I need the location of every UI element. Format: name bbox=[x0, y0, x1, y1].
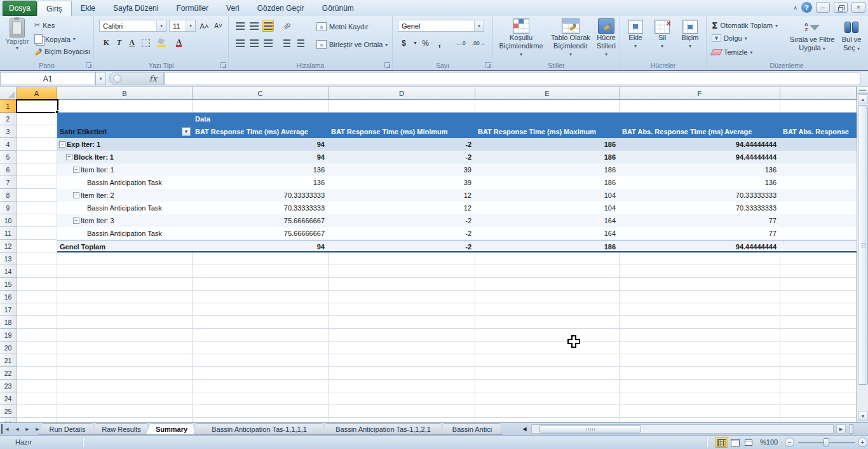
ribbon-tab-7[interactable]: Görünüm bbox=[313, 1, 363, 16]
grow-font-button[interactable]: A˄ bbox=[198, 20, 210, 32]
row-header-22[interactable]: 22 bbox=[0, 367, 17, 380]
row-header-7[interactable]: 7 bbox=[0, 176, 17, 189]
alignment-dialog-launcher-icon[interactable] bbox=[384, 62, 390, 68]
decrease-decimal-button[interactable]: .00→ bbox=[470, 37, 487, 49]
sort-filter-button[interactable]: AZ Sırala ve Filtre Uygula ▾ bbox=[788, 19, 836, 53]
align-right-button[interactable] bbox=[262, 37, 274, 49]
currency-button[interactable]: $ bbox=[398, 37, 410, 49]
collapse-ribbon-icon[interactable]: ∧ bbox=[793, 4, 797, 11]
row-header-20[interactable]: 20 bbox=[0, 342, 17, 354]
paste-button[interactable]: Yapıştır ▾ bbox=[4, 18, 31, 51]
row-header-18[interactable]: 18 bbox=[0, 316, 17, 329]
sheet-tab-4[interactable]: Bassin Anticipation Tas-1,1,1,1 bbox=[192, 423, 324, 435]
collapse-icon[interactable]: − bbox=[73, 192, 79, 198]
collapse-icon[interactable]: − bbox=[59, 141, 65, 148]
format-cells-button[interactable]: Biçim ▾ bbox=[676, 20, 704, 50]
row-header-8[interactable]: 8 bbox=[0, 189, 17, 202]
scroll-up-icon[interactable]: ▲ bbox=[858, 94, 868, 104]
zoom-slider-thumb[interactable] bbox=[824, 438, 829, 446]
vertical-scroll-thumb[interactable] bbox=[858, 105, 868, 385]
row-header-15[interactable]: 15 bbox=[0, 278, 17, 291]
row-header-12[interactable]: 12 bbox=[0, 240, 17, 252]
page-layout-view-button[interactable] bbox=[728, 437, 742, 448]
bold-button[interactable]: K bbox=[100, 37, 112, 49]
conditional-formatting-button[interactable]: Koşullu Biçimlendirme ▾ bbox=[496, 18, 546, 59]
column-header-C[interactable]: C bbox=[193, 87, 329, 100]
vertical-split-handle[interactable] bbox=[857, 87, 868, 94]
prev-sheet-icon[interactable]: ◀ bbox=[13, 424, 22, 434]
column-header-F[interactable]: F bbox=[620, 87, 780, 100]
row-header-11[interactable]: 11 bbox=[0, 227, 17, 240]
ribbon-tab-4[interactable]: Formüller bbox=[167, 1, 217, 16]
number-format-caret-icon[interactable]: ▾ bbox=[474, 20, 484, 31]
normal-view-button[interactable] bbox=[715, 437, 728, 448]
align-bottom-button[interactable] bbox=[262, 20, 274, 32]
format-as-table-button[interactable]: Tablo Olarak Biçimlendir ▾ bbox=[548, 18, 593, 59]
sheet-tab-6[interactable]: Bassin Antici bbox=[440, 423, 502, 435]
select-all-corner[interactable] bbox=[0, 87, 17, 100]
zoom-level[interactable]: %100 bbox=[760, 438, 778, 446]
delete-cells-button[interactable]: × Sil ▾ bbox=[649, 20, 675, 50]
font-dialog-launcher-icon[interactable] bbox=[220, 62, 226, 68]
font-color-button[interactable]: A bbox=[173, 37, 185, 49]
underline-button[interactable]: A bbox=[126, 37, 138, 49]
row-header-2[interactable]: 2 bbox=[0, 113, 17, 125]
find-select-button[interactable]: Bul ve Seç ▾ bbox=[837, 19, 865, 53]
ribbon-tab-6[interactable]: Gözden Geçir bbox=[248, 1, 313, 16]
row-header-13[interactable]: 13 bbox=[0, 252, 17, 265]
tab-dosya[interactable]: Dosya bbox=[3, 1, 37, 16]
row-header-10[interactable]: 10 bbox=[0, 214, 17, 227]
row-labels-filter-icon[interactable]: ▾ bbox=[182, 127, 191, 136]
cut-button[interactable]: ✂ Kes bbox=[34, 21, 55, 29]
align-center-button[interactable] bbox=[248, 37, 260, 49]
align-middle-button[interactable] bbox=[248, 20, 260, 32]
align-left-button[interactable] bbox=[234, 37, 246, 49]
row-header-4[interactable]: 4 bbox=[0, 138, 17, 151]
ribbon-tab-2[interactable]: Ekle bbox=[72, 1, 104, 16]
vertical-scrollbar[interactable]: ▲ ▼ bbox=[857, 87, 868, 422]
copy-button[interactable]: Kopyala ▾ bbox=[34, 34, 76, 44]
row-header-1[interactable]: 1 bbox=[0, 100, 17, 113]
number-format-combo[interactable]: Genel ▾ bbox=[398, 20, 484, 32]
page-break-view-button[interactable] bbox=[742, 437, 755, 448]
name-box[interactable]: A1 bbox=[0, 72, 95, 85]
zoom-in-icon[interactable]: + bbox=[858, 438, 867, 447]
column-header-D[interactable]: D bbox=[329, 87, 475, 100]
row-header-25[interactable]: 25 bbox=[0, 405, 17, 418]
autosum-button[interactable]: Σ Otomatik Toplam ▾ bbox=[712, 20, 778, 31]
fill-color-button[interactable] bbox=[155, 37, 167, 49]
ribbon-tab-3[interactable]: Sayfa Düzeni bbox=[104, 1, 167, 16]
insert-function-button[interactable]: fx bbox=[109, 72, 164, 85]
ribbon-tab-5[interactable]: Veri bbox=[217, 1, 248, 16]
ribbon-tab-1[interactable]: Giriş bbox=[37, 1, 72, 16]
row-header-19[interactable]: 19 bbox=[0, 329, 17, 342]
fill-button[interactable]: ▼ Dolgu ▾ bbox=[712, 34, 747, 42]
restore-button[interactable] bbox=[834, 2, 848, 13]
cell-styles-button[interactable]: Hücre Stilleri ▾ bbox=[592, 18, 620, 59]
insert-cells-button[interactable]: Ekle ▾ bbox=[623, 20, 648, 50]
zoom-out-icon[interactable]: − bbox=[785, 438, 794, 447]
scroll-down-icon[interactable]: ▼ bbox=[858, 411, 868, 421]
clear-button[interactable]: Temizle ▾ bbox=[712, 48, 752, 56]
sheet-tab-2[interactable]: Raw Results bbox=[92, 423, 149, 435]
column-header-A[interactable]: A bbox=[17, 87, 57, 100]
scroll-right-icon[interactable]: ▶ bbox=[836, 424, 846, 434]
tab-scroll-left-icon[interactable]: ◀ bbox=[520, 424, 529, 434]
row-header-14[interactable]: 14 bbox=[0, 265, 17, 278]
increase-decimal-button[interactable]: ←.0 bbox=[452, 37, 469, 49]
collapse-icon[interactable]: − bbox=[73, 218, 79, 224]
font-name-combo[interactable]: Calibri ▾ bbox=[99, 20, 166, 32]
horizontal-scrollbar[interactable] bbox=[531, 424, 834, 434]
row-header-3[interactable]: 3 bbox=[0, 125, 17, 138]
first-sheet-icon[interactable]: ◀ bbox=[1, 424, 11, 434]
sheet-tab-5[interactable]: Bassin Anticipation Tas-1,1,2,1 bbox=[322, 423, 442, 435]
decrease-indent-button[interactable] bbox=[281, 37, 293, 49]
italic-button[interactable]: T bbox=[113, 37, 125, 49]
column-header-partial[interactable] bbox=[780, 87, 857, 100]
cells-area[interactable]: DataSatır Etiketleri▾BAT Response Time (… bbox=[17, 100, 857, 422]
next-sheet-icon[interactable]: ▶ bbox=[23, 424, 32, 434]
row-header-23[interactable]: 23 bbox=[0, 380, 17, 392]
row-header-16[interactable]: 16 bbox=[0, 291, 17, 303]
font-size-caret-icon[interactable]: ▾ bbox=[186, 20, 195, 31]
comma-button[interactable]: , bbox=[433, 37, 445, 49]
